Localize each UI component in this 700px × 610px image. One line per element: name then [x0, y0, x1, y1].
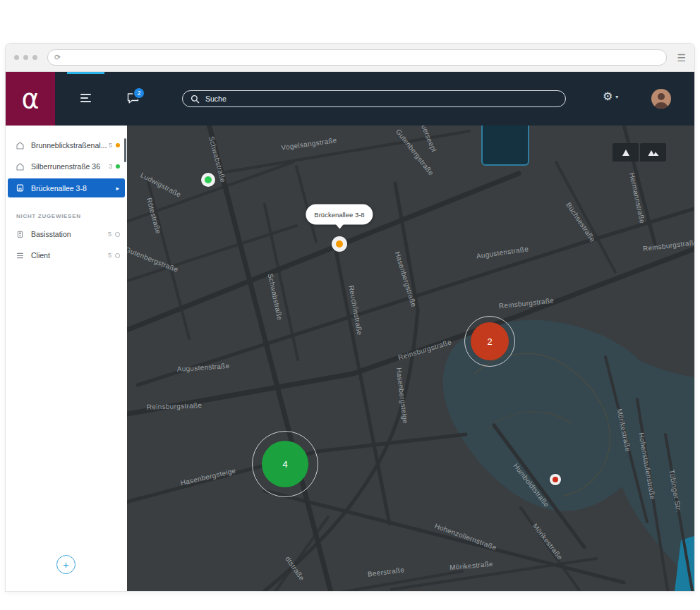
item-count: 5: [108, 252, 111, 259]
sidebar-item-label: Client: [31, 251, 108, 260]
app-logo[interactable]: α: [6, 72, 55, 126]
dot-marker-core: [336, 240, 343, 248]
client-icon: [16, 251, 25, 260]
sidebar: Brunneblickstraßenal...5Silberrunenstraß…: [6, 126, 127, 591]
cluster-marker[interactable]: 4: [262, 441, 308, 487]
item-meta: 5: [108, 252, 120, 259]
search-icon: [191, 94, 200, 104]
cluster-ring: [252, 431, 318, 497]
sidebar-unassigned-list: Basisstation5Client5: [6, 224, 127, 266]
sidebar-item-basisstation[interactable]: Basisstation5: [6, 224, 127, 245]
window-control-dot[interactable]: [23, 55, 28, 60]
url-bar[interactable]: ⟳: [47, 49, 667, 66]
sidebar-list: Brunneblickstraßenal...5Silberrunenstraß…: [6, 126, 127, 197]
item-meta: 5: [108, 231, 120, 238]
dot-marker-core: [553, 477, 558, 482]
item-meta: 5: [109, 142, 120, 149]
dot-marker[interactable]: [550, 474, 561, 485]
browser-chrome: ⟳ ☰: [6, 44, 694, 72]
basestation-icon: [16, 230, 25, 239]
url-input[interactable]: [65, 53, 660, 63]
app-topbar: α 2 Suche ⚙ ▾: [6, 72, 694, 126]
list-menu-icon[interactable]: [80, 94, 95, 104]
sidebar-item-silberrunenstra-e-36[interactable]: Silberrunenstraße 363: [6, 156, 127, 177]
map-control-mountain-small[interactable]: [612, 143, 639, 161]
sidebar-item-client[interactable]: Client5: [6, 245, 127, 266]
sidebar-item-br-ckenallee-3-8[interactable]: Brückenallee 3-8▸: [8, 178, 125, 197]
dot-marker[interactable]: [332, 236, 347, 252]
home-icon: [16, 162, 25, 171]
home-icon: [16, 141, 25, 150]
settings-menu[interactable]: ⚙ ▾: [603, 91, 618, 102]
sidebar-item-brunneblickstra-enal[interactable]: Brunneblickstraßenal...5: [6, 135, 127, 156]
window-controls: [14, 55, 37, 60]
sidebar-item-label: Brückenallee 3-8: [31, 184, 116, 193]
window-control-dot[interactable]: [32, 55, 37, 60]
status-dot: [116, 143, 120, 147]
gear-icon: ⚙: [603, 91, 612, 102]
search-input[interactable]: Suche: [182, 90, 566, 107]
chevron-right-icon: ▸: [116, 185, 119, 192]
dot-marker[interactable]: [201, 173, 215, 187]
building-icon: [16, 183, 25, 193]
browser-menu-icon[interactable]: ☰: [677, 52, 686, 63]
map-control-mountain-large[interactable]: [640, 143, 666, 161]
search-placeholder: Suche: [205, 94, 227, 103]
chat-icon[interactable]: 2: [126, 92, 140, 106]
map-roads: [127, 126, 694, 591]
map-tooltip: Brückenallee 3-8: [306, 205, 373, 225]
sidebar-scrollbar[interactable]: [124, 138, 126, 162]
sidebar-item-label: Basisstation: [31, 230, 108, 238]
active-tab-indicator: [67, 72, 104, 74]
status-dot: [115, 253, 120, 258]
notification-badge: 2: [133, 87, 145, 99]
status-dot: [116, 164, 120, 169]
sidebar-section-label: NICHT ZUGEWIESEN: [6, 213, 127, 219]
window-control-dot[interactable]: [14, 55, 19, 60]
item-meta: 3: [109, 163, 120, 170]
map[interactable]: SchwabstraßeVogelsangstraßeGutenbergstra…: [127, 126, 694, 591]
add-button[interactable]: +: [56, 555, 76, 574]
item-count: 5: [109, 142, 112, 149]
avatar[interactable]: [651, 89, 671, 109]
item-count: 5: [108, 231, 111, 238]
item-count: 3: [109, 163, 112, 170]
browser-window: ⟳ ☰ α 2 Suche ⚙ ▾: [6, 44, 694, 591]
sidebar-item-label: Brunneblickstraßenal...: [31, 141, 109, 150]
sidebar-item-label: Silberrunenstraße 36: [31, 162, 109, 171]
map-controls: [612, 143, 666, 161]
reload-icon[interactable]: ⟳: [54, 53, 61, 62]
cluster-marker[interactable]: 2: [471, 322, 509, 360]
cluster-ring: [464, 316, 515, 367]
status-dot: [115, 232, 120, 237]
caret-down-icon: ▾: [615, 94, 618, 100]
dot-marker-core: [205, 176, 212, 183]
map-tooltip-label: Brückenallee 3-8: [314, 211, 364, 219]
